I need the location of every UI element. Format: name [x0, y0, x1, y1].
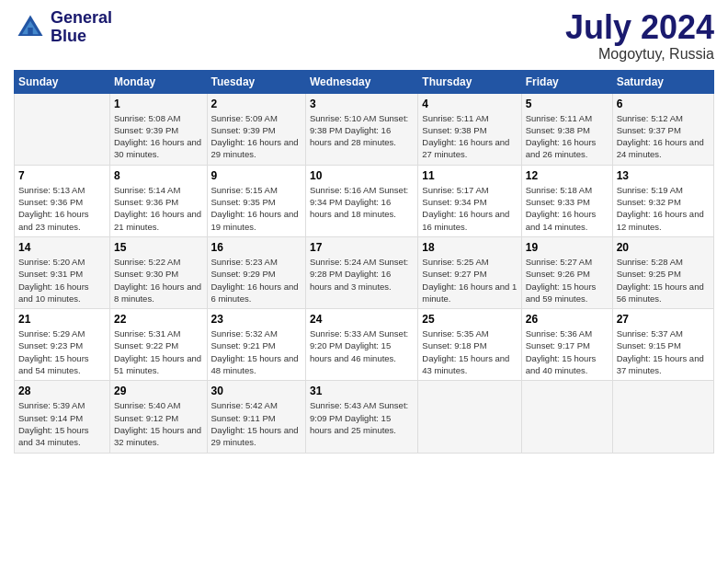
week-row-2: 7Sunrise: 5:13 AM Sunset: 9:36 PM Daylig… — [15, 165, 714, 236]
col-sunday: Sunday — [15, 70, 110, 93]
day-number: 27 — [617, 313, 710, 326]
week-row-5: 28Sunrise: 5:39 AM Sunset: 9:14 PM Dayli… — [15, 381, 714, 453]
calendar-cell: 28Sunrise: 5:39 AM Sunset: 9:14 PM Dayli… — [15, 381, 110, 453]
calendar-cell: 6Sunrise: 5:12 AM Sunset: 9:37 PM Daylig… — [612, 93, 713, 165]
calendar-cell: 24Sunrise: 5:33 AM Sunset: 9:20 PM Dayli… — [305, 309, 417, 381]
day-number: 6 — [617, 98, 710, 110]
day-number: 23 — [211, 313, 301, 326]
day-info: Sunrise: 5:42 AM Sunset: 9:11 PM Dayligh… — [211, 399, 301, 448]
calendar-cell: 15Sunrise: 5:22 AM Sunset: 9:30 PM Dayli… — [109, 236, 207, 308]
calendar-cell: 9Sunrise: 5:15 AM Sunset: 9:35 PM Daylig… — [207, 165, 305, 236]
calendar-cell: 1Sunrise: 5:08 AM Sunset: 9:39 PM Daylig… — [109, 93, 207, 165]
day-info: Sunrise: 5:35 AM Sunset: 9:18 PM Dayligh… — [422, 327, 517, 376]
col-tuesday: Tuesday — [207, 70, 305, 93]
calendar-cell: 8Sunrise: 5:14 AM Sunset: 9:36 PM Daylig… — [109, 165, 207, 236]
day-number: 7 — [18, 169, 106, 182]
calendar-cell: 4Sunrise: 5:11 AM Sunset: 9:38 PM Daylig… — [418, 93, 521, 165]
day-number: 1 — [114, 98, 203, 110]
location: Mogoytuy, Russia — [565, 46, 714, 63]
day-info: Sunrise: 5:10 AM Sunset: 9:38 PM Dayligh… — [310, 112, 414, 149]
day-number: 28 — [18, 385, 106, 397]
day-number: 3 — [310, 98, 414, 110]
col-monday: Monday — [109, 70, 207, 93]
week-row-4: 21Sunrise: 5:29 AM Sunset: 9:23 PM Dayli… — [15, 309, 714, 381]
calendar-body: 1Sunrise: 5:08 AM Sunset: 9:39 PM Daylig… — [15, 93, 714, 453]
calendar-cell: 17Sunrise: 5:24 AM Sunset: 9:28 PM Dayli… — [305, 236, 417, 308]
calendar-cell: 23Sunrise: 5:32 AM Sunset: 9:21 PM Dayli… — [207, 309, 305, 381]
calendar-cell: 18Sunrise: 5:25 AM Sunset: 9:27 PM Dayli… — [418, 236, 521, 308]
day-number: 21 — [18, 313, 106, 326]
day-info: Sunrise: 5:14 AM Sunset: 9:36 PM Dayligh… — [114, 184, 203, 233]
calendar-cell: 13Sunrise: 5:19 AM Sunset: 9:32 PM Dayli… — [612, 165, 713, 236]
day-info: Sunrise: 5:28 AM Sunset: 9:25 PM Dayligh… — [617, 256, 710, 304]
day-info: Sunrise: 5:40 AM Sunset: 9:12 PM Dayligh… — [114, 399, 203, 448]
calendar-cell: 20Sunrise: 5:28 AM Sunset: 9:25 PM Dayli… — [612, 236, 713, 308]
page-header: General Blue July 2024 Mogoytuy, Russia — [14, 9, 714, 63]
col-friday: Friday — [521, 70, 612, 93]
day-number: 4 — [422, 98, 517, 110]
calendar-cell: 31Sunrise: 5:43 AM Sunset: 9:09 PM Dayli… — [305, 381, 417, 453]
col-saturday: Saturday — [612, 70, 713, 93]
day-info: Sunrise: 5:09 AM Sunset: 9:39 PM Dayligh… — [211, 112, 301, 161]
week-row-3: 14Sunrise: 5:20 AM Sunset: 9:31 PM Dayli… — [15, 236, 714, 308]
calendar-cell: 26Sunrise: 5:36 AM Sunset: 9:17 PM Dayli… — [521, 309, 612, 381]
day-number: 26 — [526, 313, 609, 326]
day-number: 5 — [526, 98, 609, 110]
day-number: 25 — [422, 313, 517, 326]
day-number: 17 — [310, 241, 414, 254]
calendar-cell: 10Sunrise: 5:16 AM Sunset: 9:34 PM Dayli… — [305, 165, 417, 236]
day-number: 20 — [617, 241, 710, 254]
title-block: July 2024 Mogoytuy, Russia — [565, 9, 714, 63]
day-info: Sunrise: 5:33 AM Sunset: 9:20 PM Dayligh… — [310, 327, 414, 364]
day-number: 19 — [526, 241, 609, 254]
day-number: 24 — [310, 313, 414, 326]
calendar-cell: 11Sunrise: 5:17 AM Sunset: 9:34 PM Dayli… — [418, 165, 521, 236]
day-info: Sunrise: 5:13 AM Sunset: 9:36 PM Dayligh… — [18, 184, 106, 233]
calendar-cell — [15, 93, 110, 165]
col-thursday: Thursday — [418, 70, 521, 93]
calendar-table: Sunday Monday Tuesday Wednesday Thursday… — [14, 70, 714, 454]
day-info: Sunrise: 5:18 AM Sunset: 9:33 PM Dayligh… — [526, 184, 609, 233]
day-number: 30 — [211, 385, 301, 397]
calendar-cell: 5Sunrise: 5:11 AM Sunset: 9:38 PM Daylig… — [521, 93, 612, 165]
calendar-cell: 7Sunrise: 5:13 AM Sunset: 9:36 PM Daylig… — [15, 165, 110, 236]
day-number: 12 — [526, 169, 609, 182]
day-number: 10 — [310, 169, 414, 182]
calendar-cell — [612, 381, 713, 453]
day-info: Sunrise: 5:11 AM Sunset: 9:38 PM Dayligh… — [422, 112, 517, 161]
day-info: Sunrise: 5:12 AM Sunset: 9:37 PM Dayligh… — [617, 112, 710, 161]
logo-icon — [14, 11, 47, 44]
day-number: 18 — [422, 241, 517, 254]
week-row-1: 1Sunrise: 5:08 AM Sunset: 9:39 PM Daylig… — [15, 93, 714, 165]
col-wednesday: Wednesday — [305, 70, 417, 93]
day-number: 15 — [114, 241, 203, 254]
day-number: 14 — [18, 241, 106, 254]
calendar-cell: 12Sunrise: 5:18 AM Sunset: 9:33 PM Dayli… — [521, 165, 612, 236]
calendar-cell: 30Sunrise: 5:42 AM Sunset: 9:11 PM Dayli… — [207, 381, 305, 453]
day-info: Sunrise: 5:17 AM Sunset: 9:34 PM Dayligh… — [422, 184, 517, 233]
day-info: Sunrise: 5:43 AM Sunset: 9:09 PM Dayligh… — [310, 399, 414, 436]
page-container: General Blue July 2024 Mogoytuy, Russia … — [0, 0, 728, 563]
day-number: 2 — [211, 98, 301, 110]
day-info: Sunrise: 5:11 AM Sunset: 9:38 PM Dayligh… — [526, 112, 609, 161]
day-number: 29 — [114, 385, 203, 397]
header-row: Sunday Monday Tuesday Wednesday Thursday… — [15, 70, 714, 93]
calendar-cell: 22Sunrise: 5:31 AM Sunset: 9:22 PM Dayli… — [109, 309, 207, 381]
calendar-cell: 3Sunrise: 5:10 AM Sunset: 9:38 PM Daylig… — [305, 93, 417, 165]
day-number: 16 — [211, 241, 301, 254]
day-info: Sunrise: 5:08 AM Sunset: 9:39 PM Dayligh… — [114, 112, 203, 161]
day-number: 31 — [310, 385, 414, 397]
day-number: 9 — [211, 169, 301, 182]
calendar-cell: 27Sunrise: 5:37 AM Sunset: 9:15 PM Dayli… — [612, 309, 713, 381]
calendar-cell — [521, 381, 612, 453]
day-number: 22 — [114, 313, 203, 326]
day-info: Sunrise: 5:20 AM Sunset: 9:31 PM Dayligh… — [18, 256, 106, 304]
day-info: Sunrise: 5:16 AM Sunset: 9:34 PM Dayligh… — [310, 184, 414, 221]
day-number: 8 — [114, 169, 203, 182]
day-info: Sunrise: 5:27 AM Sunset: 9:26 PM Dayligh… — [526, 256, 609, 304]
day-info: Sunrise: 5:19 AM Sunset: 9:32 PM Dayligh… — [617, 184, 710, 233]
calendar-cell: 14Sunrise: 5:20 AM Sunset: 9:31 PM Dayli… — [15, 236, 110, 308]
day-info: Sunrise: 5:39 AM Sunset: 9:14 PM Dayligh… — [18, 399, 106, 448]
calendar-cell — [418, 381, 521, 453]
logo: General Blue — [14, 9, 112, 46]
